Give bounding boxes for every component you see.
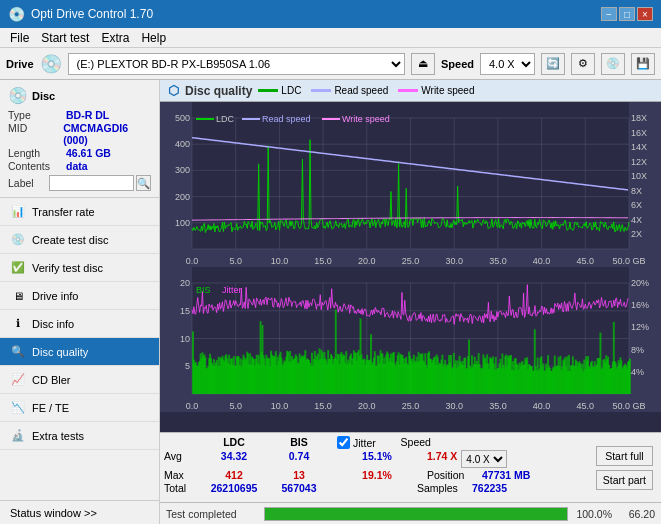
main-area: 💿 Disc Type BD-R DL MID CMCMAGDI6 (000) … (0, 80, 661, 524)
content-area: ⬡ Disc quality LDC Read speed Write spee… (160, 80, 661, 524)
total-label: Total (164, 482, 199, 494)
write-speed-label: Write speed (421, 85, 474, 96)
drive-label: Drive (6, 58, 34, 70)
stats-avg-row: Avg 34.32 0.74 15.1% 1.74 X 4.0 X (164, 450, 592, 468)
progress-bar-fill (265, 508, 567, 520)
nav-fe-te[interactable]: 📉 FE / TE (0, 394, 159, 422)
start-part-button[interactable]: Start part (596, 470, 653, 490)
disc-label-input[interactable] (49, 175, 134, 191)
nav-extra-tests[interactable]: 🔬 Extra tests (0, 422, 159, 450)
top-chart (160, 102, 661, 267)
progress-extra: 66.20 (620, 508, 655, 520)
disc-button[interactable]: 💿 (601, 53, 625, 75)
progress-area: Test completed 100.0% 66.20 (160, 502, 661, 524)
disc-mid-value: CMCMAGDI6 (000) (63, 122, 151, 146)
speed-select-stats[interactable]: 4.0 X (461, 450, 507, 468)
legend-write-speed: Write speed (398, 85, 474, 96)
menu-file[interactable]: File (4, 30, 35, 46)
legend-read-speed: Read speed (311, 85, 388, 96)
nav-extra-tests-label: Extra tests (32, 430, 84, 442)
samples-label: Samples (417, 482, 472, 494)
nav-drive-info[interactable]: 🖥 Drive info (0, 282, 159, 310)
stats-speed-header: Speed (386, 436, 446, 449)
nav-cd-bler[interactable]: 📈 CD Bler (0, 366, 159, 394)
refresh-button[interactable]: 🔄 (541, 53, 565, 75)
menu-help[interactable]: Help (135, 30, 172, 46)
max-jitter: 19.1% (337, 469, 417, 481)
charts-container (160, 102, 661, 432)
cd-bler-icon: 📈 (10, 372, 26, 388)
stats-label-header (164, 436, 199, 449)
disc-header: 💿 Disc (8, 86, 151, 105)
avg-jitter: 15.1% (337, 450, 417, 468)
read-speed-color (311, 89, 331, 92)
disc-contents-value: data (66, 160, 88, 172)
disc-contents-label: Contents (8, 160, 66, 172)
stats-ldc-header: LDC (199, 436, 269, 449)
disc-mid-row: MID CMCMAGDI6 (000) (8, 122, 151, 146)
nav-fe-te-label: FE / TE (32, 402, 69, 414)
disc-type-value: BD-R DL (66, 109, 109, 121)
drive-icon: 💿 (40, 53, 62, 75)
disc-quality-title: Disc quality (185, 84, 252, 98)
speed-select[interactable]: 4.0 X (480, 53, 535, 75)
speed-value: 1.74 X (427, 450, 457, 468)
avg-bis: 0.74 (269, 450, 329, 468)
nav-transfer-rate[interactable]: 📊 Transfer rate (0, 198, 159, 226)
maximize-button[interactable]: □ (619, 7, 635, 21)
status-window-label: Status window >> (10, 507, 97, 519)
drive-select[interactable]: (E:) PLEXTOR BD-R PX-LB950SA 1.06 (68, 53, 405, 75)
sidebar: 💿 Disc Type BD-R DL MID CMCMAGDI6 (000) … (0, 80, 160, 524)
drivebar: Drive 💿 (E:) PLEXTOR BD-R PX-LB950SA 1.0… (0, 48, 661, 80)
nav-disc-info[interactable]: ℹ Disc info (0, 310, 159, 338)
titlebar-title: Opti Drive Control 1.70 (31, 7, 601, 21)
start-full-button[interactable]: Start full (596, 446, 653, 466)
disc-contents-row: Contents data (8, 160, 151, 172)
close-button[interactable]: × (637, 7, 653, 21)
sidebar-bottom: Status window >> (0, 500, 159, 524)
action-buttons: Start full Start part (596, 436, 657, 499)
disc-info-icon: ℹ (10, 316, 26, 332)
save-button[interactable]: 💾 (631, 53, 655, 75)
minimize-button[interactable]: − (601, 7, 617, 21)
disc-type-row: Type BD-R DL (8, 109, 151, 121)
disc-length-value: 46.61 GB (66, 147, 111, 159)
create-test-disc-icon: 💿 (10, 232, 26, 248)
disc-label-button[interactable]: 🔍 (136, 175, 151, 191)
jitter-checkbox[interactable] (337, 436, 350, 449)
disc-title: Disc (32, 90, 55, 102)
disc-length-row: Length 46.61 GB (8, 147, 151, 159)
menu-extra[interactable]: Extra (95, 30, 135, 46)
window-controls: − □ × (601, 7, 653, 21)
disc-length-label: Length (8, 147, 66, 159)
progress-bar (264, 507, 568, 521)
stats-area: LDC BIS Jitter Speed Avg 34.32 0.74 15.1… (160, 432, 661, 502)
bottom-chart (160, 267, 661, 412)
speed-label: Speed (441, 58, 474, 70)
chart-legend: LDC Read speed Write speed (258, 85, 474, 96)
status-window-button[interactable]: Status window >> (0, 500, 159, 524)
nav-disc-quality[interactable]: 🔍 Disc quality (0, 338, 159, 366)
status-text: Test completed (166, 508, 256, 520)
extra-tests-icon: 🔬 (10, 428, 26, 444)
eject-button[interactable]: ⏏ (411, 53, 435, 75)
disc-quality-icon: 🔍 (10, 344, 26, 360)
settings-button[interactable]: ⚙ (571, 53, 595, 75)
nav-drive-info-label: Drive info (32, 290, 78, 302)
read-speed-label: Read speed (334, 85, 388, 96)
disc-mid-label: MID (8, 122, 63, 146)
max-ldc: 412 (199, 469, 269, 481)
disc-panel: 💿 Disc Type BD-R DL MID CMCMAGDI6 (000) … (0, 80, 159, 198)
write-speed-color (398, 89, 418, 92)
stats-max-row: Max 412 13 19.1% Position 47731 MB (164, 469, 592, 481)
menu-start-test[interactable]: Start test (35, 30, 95, 46)
total-bis: 567043 (269, 482, 329, 494)
drive-info-icon: 🖥 (10, 288, 26, 304)
verify-test-disc-icon: ✅ (10, 260, 26, 276)
fe-te-icon: 📉 (10, 400, 26, 416)
stats-total-row: Total 26210695 567043 Samples 762235 (164, 482, 592, 494)
nav-verify-test-disc[interactable]: ✅ Verify test disc (0, 254, 159, 282)
nav-create-test-disc[interactable]: 💿 Create test disc (0, 226, 159, 254)
menubar: File Start test Extra Help (0, 28, 661, 48)
position-value: 47731 MB (482, 469, 530, 481)
